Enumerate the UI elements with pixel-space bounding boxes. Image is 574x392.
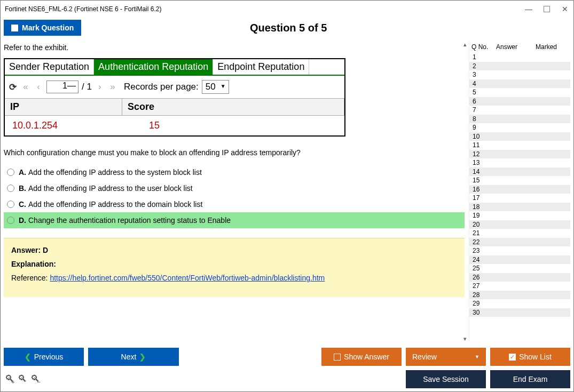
mark-question-label: Mark Question <box>22 23 74 32</box>
radio-icon[interactable] <box>7 169 14 176</box>
exhibit-row: 10.0.1.254 15 <box>5 116 344 135</box>
question-list-row[interactable]: 25 <box>469 264 570 273</box>
col-qno: Q No. <box>471 43 496 51</box>
question-list-row[interactable]: 13 <box>469 158 570 167</box>
question-list-row[interactable]: 26 <box>469 273 570 282</box>
records-per-page-select[interactable]: 50 <box>202 80 229 94</box>
question-list-row[interactable]: 4 <box>469 79 570 89</box>
intro-text: Refer to the exhibit. <box>4 41 465 58</box>
question-list-row[interactable]: 10 <box>469 132 570 141</box>
end-exam-button[interactable]: End Exam <box>490 370 570 388</box>
body: ▴ Refer to the exhibit. Sender Reputatio… <box>4 41 570 342</box>
maximize-icon[interactable] <box>544 6 550 12</box>
question-list-row[interactable]: 5 <box>469 88 570 97</box>
sidebar-header: Q No. Answer Marked <box>469 41 570 53</box>
question-list-row[interactable]: 20 <box>469 220 570 229</box>
question-list-row[interactable]: 12 <box>469 150 570 159</box>
previous-button[interactable]: ❮ Previous <box>4 348 84 366</box>
question-list-row[interactable]: 16 <box>469 185 570 194</box>
prev-page-icon[interactable]: ‹ <box>34 82 43 92</box>
question-list-row[interactable]: 18 <box>469 203 570 212</box>
question-list-row[interactable]: 9 <box>469 123 570 132</box>
button-row-1: ❮ Previous Next ❯ Show Answer Review ▼ ✓… <box>4 348 570 366</box>
page-total: / 1 <box>82 82 92 92</box>
mark-question-button[interactable]: Mark Question <box>4 20 81 36</box>
question-text: Which configuration change must you make… <box>4 146 465 164</box>
choice-c[interactable]: C.Add the offending IP address to the do… <box>4 196 465 212</box>
next-button[interactable]: Next ❯ <box>88 348 179 366</box>
question-list-row[interactable]: 22 <box>469 238 570 247</box>
question-list-row[interactable]: 15 <box>469 176 570 185</box>
question-list-row[interactable]: 6 <box>469 97 570 106</box>
choice-b[interactable]: B.Add the offending IP address to the us… <box>4 180 465 196</box>
next-page-icon[interactable]: › <box>95 82 105 92</box>
refresh-icon[interactable]: ⟳ <box>8 82 18 92</box>
cell-score: 15 <box>122 116 344 135</box>
question-list-row[interactable]: 24 <box>469 255 570 265</box>
question-list-row[interactable]: 8 <box>469 115 570 124</box>
question-list-row[interactable]: 3 <box>469 70 570 79</box>
minimize-icon[interactable]: — <box>524 5 533 13</box>
chevron-left-icon: ❮ <box>25 353 31 361</box>
tab-endpoint-reputation[interactable]: Endpoint Reputation <box>213 59 309 75</box>
checkbox-checked-icon: ✓ <box>509 354 516 361</box>
page-input[interactable]: 1— <box>46 81 78 93</box>
question-list-row[interactable]: 14 <box>469 167 570 177</box>
radio-icon[interactable] <box>7 185 14 192</box>
question-counter: Question 5 of 5 <box>81 22 496 34</box>
radio-icon[interactable] <box>7 201 14 208</box>
zoom-in-icon[interactable]: 🔍︎+ <box>5 373 14 386</box>
zoom-controls: 🔍︎+ 🔍︎ 🔍︎− <box>4 373 41 386</box>
header: Mark Question Question 5 of 5 <box>4 17 570 41</box>
app-window: Fortinet NSE6_FML-6.2 (Fortinet NSE 6 - … <box>0 0 574 392</box>
first-page-icon[interactable]: « <box>21 82 30 92</box>
choice-a[interactable]: A.Add the offending IP address to the sy… <box>4 164 465 180</box>
question-list-row[interactable]: 19 <box>469 211 570 220</box>
question-list-sidebar: Q No. Answer Marked 12345678910111213141… <box>469 41 570 342</box>
last-page-icon[interactable]: » <box>108 82 117 92</box>
chevron-right-icon: ❯ <box>139 353 146 361</box>
choice-d[interactable]: D.Change the authentication reputation s… <box>4 212 465 228</box>
titlebar: Fortinet NSE6_FML-6.2 (Fortinet NSE 6 - … <box>4 4 570 17</box>
question-list-row[interactable]: 21 <box>469 229 570 238</box>
question-list-row[interactable]: 17 <box>469 194 570 203</box>
close-icon[interactable]: ✕ <box>561 5 569 13</box>
window-controls: — ✕ <box>524 5 569 13</box>
records-per-page-label: Records per page: <box>124 82 199 92</box>
question-list-row[interactable]: 1 <box>469 53 570 62</box>
exhibit-tabs: Sender Reputation Authentication Reputat… <box>5 59 344 76</box>
question-list-row[interactable]: 29 <box>469 299 570 308</box>
review-button[interactable]: Review ▼ <box>406 348 486 366</box>
question-list-row[interactable]: 11 <box>469 141 570 150</box>
question-list-row[interactable]: 23 <box>469 246 570 255</box>
exhibit: Sender Reputation Authentication Reputat… <box>4 58 345 137</box>
button-row-2: 🔍︎+ 🔍︎ 🔍︎− Save Session End Exam <box>4 370 570 388</box>
question-list-row[interactable]: 27 <box>469 282 570 291</box>
question-list-row[interactable]: 2 <box>469 62 570 71</box>
explanation-label: Explanation: <box>11 260 56 268</box>
choices: A.Add the offending IP address to the sy… <box>4 164 465 228</box>
save-session-button[interactable]: Save Session <box>406 370 486 388</box>
tab-sender-reputation[interactable]: Sender Reputation <box>5 59 94 75</box>
chevron-down-icon: ▼ <box>475 354 479 359</box>
exhibit-toolbar: ⟳ « ‹ 1— / 1 › » Records per page: 50 <box>5 76 344 99</box>
col-answer: Answer <box>496 43 536 51</box>
question-list-row[interactable]: 30 <box>469 308 570 317</box>
scroll-down-icon[interactable]: ▾ <box>463 335 467 342</box>
question-list-row[interactable]: 28 <box>469 291 570 300</box>
exhibit-table-header: IP Score <box>5 99 344 116</box>
zoom-reset-icon[interactable]: 🔍︎ <box>18 373 27 386</box>
show-list-button[interactable]: ✓ Show List <box>490 348 570 366</box>
radio-icon[interactable] <box>7 217 14 224</box>
question-list-row[interactable]: 7 <box>469 106 570 115</box>
question-list[interactable]: 1234567891011121314151617181920212223242… <box>469 53 570 342</box>
reference-link[interactable]: https://help.fortinet.com/fweb/550/Conte… <box>50 274 325 282</box>
col-marked: Marked <box>536 43 568 51</box>
show-answer-button[interactable]: Show Answer <box>321 348 402 366</box>
col-ip: IP <box>5 99 122 115</box>
cell-ip: 10.0.1.254 <box>5 116 122 135</box>
scroll-up-icon[interactable]: ▴ <box>463 41 467 48</box>
tab-authentication-reputation[interactable]: Authentication Reputation <box>94 59 213 75</box>
zoom-out-icon[interactable]: 🔍︎− <box>30 373 40 386</box>
footer: ❮ Previous Next ❯ Show Answer Review ▼ ✓… <box>4 342 570 388</box>
